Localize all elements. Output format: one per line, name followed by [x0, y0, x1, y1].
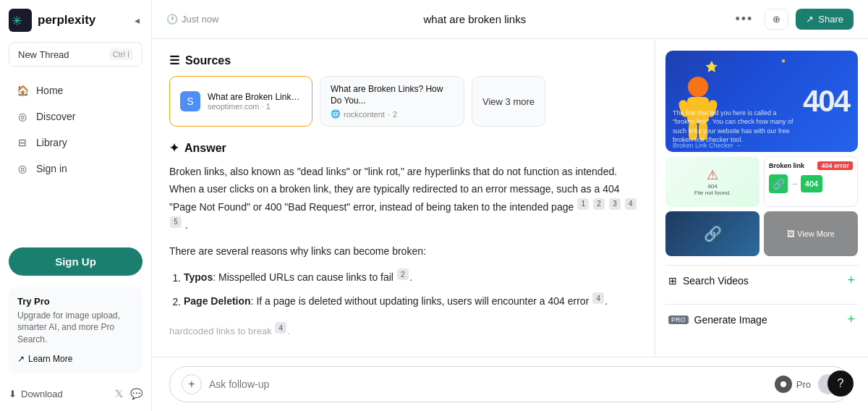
- search-videos-row[interactable]: ⊞ Search Videos +: [665, 265, 858, 295]
- source-card-secondary[interactable]: What are Broken Links? How Do You... 🌐 r…: [320, 76, 464, 127]
- try-pro-title: Try Pro: [17, 296, 134, 307]
- flow-box-404: ⚠ 404 File not found.: [694, 167, 731, 196]
- pro-toggle[interactable]: Pro: [775, 376, 811, 393]
- chain-icon: 🔗: [769, 174, 788, 193]
- ref-list-1: 2: [397, 268, 409, 280]
- secondary-source-title: What are Broken Links? How Do You...: [331, 84, 454, 106]
- flow-diagram: ⚠ 404 File not found.: [689, 161, 737, 202]
- error-box: 404: [801, 175, 822, 192]
- nav-library-label: Library: [36, 137, 67, 148]
- sources-grid: S What are Broken Links?... seoptimer.co…: [169, 76, 637, 127]
- image-card-text: The link that led you here is called a "…: [673, 109, 800, 145]
- broken-link-checker-link: Broken Link Checker →: [673, 142, 741, 149]
- svg-point-2: [688, 77, 708, 97]
- search-videos-label: ⊞ Search Videos: [668, 275, 749, 287]
- decorative-star: ⭐: [705, 61, 718, 72]
- header-query: what are broken links: [227, 13, 722, 25]
- image-view-more[interactable]: 🖼 Search Videos View More: [764, 211, 858, 256]
- broken-arrow-diagram: 🔗 → 404: [769, 174, 853, 193]
- learn-more-button[interactable]: ↗ Learn More: [17, 354, 72, 364]
- error-badge: 404 error: [817, 161, 853, 170]
- answer-panel: ☰ Sources S What are Broken Links?... se…: [152, 39, 655, 357]
- ref-5: 5: [170, 216, 182, 228]
- library-icon: ⊟: [16, 136, 29, 149]
- broken-link-label: Broken link: [769, 162, 804, 169]
- ref-1: 1: [577, 198, 589, 210]
- source-info-seoptimer: What are Broken Links?... seoptimer.com …: [208, 92, 302, 111]
- image-404-main[interactable]: 404 ⭐ ● The link that led you here is ca…: [665, 51, 858, 152]
- source-icon-seoptimer: S: [180, 91, 200, 111]
- social-icons: 𝕏 💬: [115, 388, 142, 399]
- image-broken-link[interactable]: Broken link 404 error 🔗 → 404: [764, 156, 858, 207]
- pro-dot: [780, 381, 786, 387]
- list-item-desc-2: If a page is deleted without updating li…: [256, 296, 589, 308]
- sidebar-item-library[interactable]: ⊟ Library: [9, 130, 142, 155]
- clock-icon: 🕐: [166, 14, 178, 25]
- sidebar-item-signin[interactable]: ◎ Sign in: [9, 156, 142, 181]
- answer-title: ✦ Answer: [169, 141, 637, 155]
- right-panel: 404 ⭐ ● The link that led you here is ca…: [655, 39, 868, 357]
- signup-button[interactable]: Sign Up: [9, 247, 142, 276]
- answer-label: Answer: [184, 142, 226, 155]
- bottom-images-row: 🔗 🖼 Search Videos View More: [665, 211, 858, 256]
- focus-icon: ⊕: [773, 14, 780, 25]
- view-more-label: View 3 more: [482, 96, 535, 107]
- share-icon: ↗: [806, 14, 814, 25]
- main-content: 🕐 Just now what are broken links ••• ⊕ ↗…: [152, 0, 868, 411]
- list-item-term-1: Typos: [184, 272, 213, 284]
- generate-image-label: PRO Generate Image: [668, 314, 767, 326]
- sidebar-item-home[interactable]: 🏠 Home: [9, 78, 142, 103]
- learn-more-icon: ↗: [17, 354, 25, 364]
- help-button[interactable]: ?: [827, 370, 854, 397]
- image-grid: 404 ⭐ ● The link that led you here is ca…: [665, 51, 858, 256]
- followup-plus-button[interactable]: +: [182, 374, 202, 394]
- generate-image-row[interactable]: PRO Generate Image +: [665, 304, 858, 334]
- ref-ell: 4: [275, 322, 286, 334]
- sources-icon: ☰: [169, 54, 179, 67]
- list-item: Typos: Misspelled URLs can cause links t…: [184, 268, 637, 287]
- new-thread-shortcut: Ctrl I: [109, 48, 133, 60]
- ref-2: 2: [593, 198, 605, 210]
- twitter-icon[interactable]: 𝕏: [115, 388, 123, 399]
- source-domain: seoptimer.com · 1: [208, 102, 302, 111]
- search-videos-plus: +: [847, 273, 855, 288]
- image-broken-chain[interactable]: 🔗: [665, 211, 760, 256]
- sidebar-item-discover[interactable]: ◎ Discover: [9, 104, 142, 129]
- discord-icon[interactable]: 💬: [130, 388, 142, 399]
- nav-home-label: Home: [36, 85, 63, 96]
- new-thread-button[interactable]: New Thread Ctrl I: [9, 42, 142, 67]
- app-name: perplexity: [38, 13, 95, 27]
- sources-title: ☰ Sources: [169, 54, 637, 67]
- secondary-source-footer: 🌐 rockcontent · 2: [331, 109, 397, 119]
- share-label: Share: [818, 14, 843, 25]
- list-item-desc-1: Misspelled URLs can cause links to fail: [218, 272, 393, 284]
- home-icon: 🏠: [16, 84, 29, 97]
- try-pro-description: Upgrade for image upload, smarter AI, an…: [17, 310, 134, 346]
- decorative-dot: ●: [781, 56, 786, 64]
- download-button[interactable]: ⬇ Download: [9, 389, 63, 399]
- more-options-button[interactable]: •••: [731, 9, 757, 30]
- pro-label: Pro: [796, 379, 811, 390]
- answer-transition-text: There are several reasons why links can …: [169, 243, 637, 260]
- answer-intro-text: Broken links, also known as "dead links"…: [169, 164, 637, 234]
- timestamp-text: Just now: [182, 14, 218, 25]
- answer-list: Typos: Misspelled URLs can cause links t…: [169, 268, 637, 310]
- answer-icon: ✦: [169, 141, 179, 155]
- content-area: ☰ Sources S What are Broken Links?... se…: [152, 39, 868, 357]
- sources-label: Sources: [185, 54, 231, 67]
- learn-more-label: Learn More: [28, 354, 72, 364]
- focus-button[interactable]: ⊕: [765, 9, 788, 30]
- generate-image-plus: +: [847, 312, 855, 327]
- followup-input[interactable]: [209, 378, 767, 390]
- image-flow-diagram[interactable]: ⚠ 404 File not found.: [665, 156, 760, 207]
- ref-3: 3: [609, 198, 621, 210]
- share-button[interactable]: ↗ Share: [796, 9, 854, 30]
- answer-section: ✦ Answer Broken links, also known as "de…: [169, 141, 637, 310]
- nav-menu: 🏠 Home ◎ Discover ⊟ Library ◎ Sign in: [9, 78, 142, 182]
- new-thread-label: New Thread: [18, 49, 69, 60]
- sidebar-collapse-button[interactable]: ◂: [132, 12, 142, 29]
- view-more-sources-button[interactable]: View 3 more: [472, 76, 545, 127]
- source-card-primary[interactable]: S What are Broken Links?... seoptimer.co…: [169, 76, 312, 127]
- list-item-term-2: Page Deletion: [184, 296, 251, 308]
- nav-discover-label: Discover: [36, 111, 75, 122]
